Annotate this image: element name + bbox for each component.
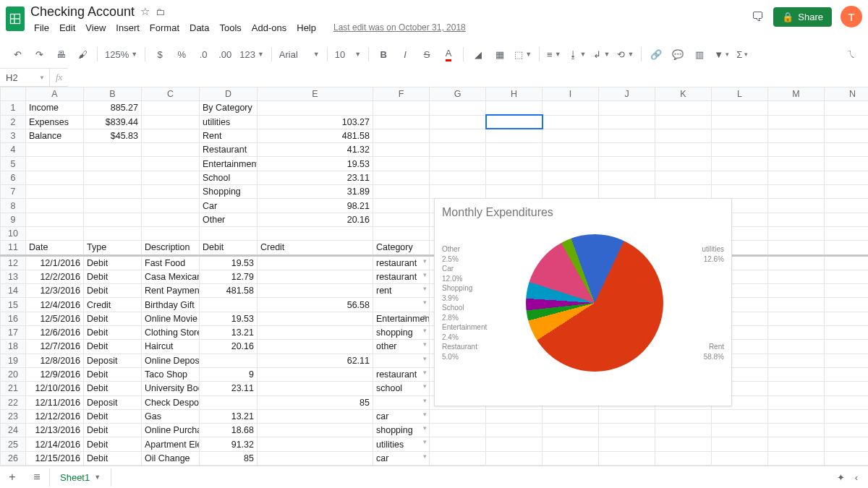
- cell-B2[interactable]: $839.44: [84, 115, 142, 129]
- cell-A12[interactable]: 12/1/2016: [26, 255, 84, 270]
- menu-tools[interactable]: Tools: [216, 20, 244, 35]
- row-header-4[interactable]: 4: [1, 143, 26, 157]
- cell-D13[interactable]: 12.79: [200, 270, 258, 283]
- cell-M4[interactable]: [768, 143, 825, 157]
- cell-A11[interactable]: Date: [26, 241, 84, 255]
- cell-N15[interactable]: [825, 298, 869, 312]
- cell-G26[interactable]: [430, 451, 486, 465]
- cell-C1[interactable]: [142, 101, 200, 115]
- row-header-5[interactable]: 5: [1, 157, 26, 171]
- cell-A19[interactable]: 12/8/2016: [26, 354, 84, 367]
- row-header-17[interactable]: 17: [1, 326, 26, 340]
- cell-D2[interactable]: utilities: [200, 115, 258, 129]
- menu-add-ons[interactable]: Add-ons: [248, 20, 290, 35]
- cell-D25[interactable]: 91.32: [200, 437, 258, 451]
- cell-K6[interactable]: [655, 171, 712, 184]
- row-header-23[interactable]: 23: [1, 409, 26, 423]
- name-box-dropdown[interactable]: ▼: [39, 69, 50, 86]
- cell-K5[interactable]: [655, 157, 712, 171]
- redo-button[interactable]: ↷: [29, 46, 49, 63]
- cell-F14[interactable]: rent: [373, 284, 430, 298]
- cell-B5[interactable]: [84, 157, 142, 171]
- row-header-20[interactable]: 20: [1, 367, 26, 381]
- cell-A9[interactable]: [26, 213, 84, 226]
- cell-M17[interactable]: [768, 326, 825, 340]
- menu-help[interactable]: Help: [293, 20, 320, 35]
- row-header-26[interactable]: 26: [1, 451, 26, 465]
- cell-E15[interactable]: 56.58: [258, 298, 373, 312]
- currency-button[interactable]: $: [150, 46, 170, 63]
- cell-A17[interactable]: 12/6/2016: [26, 326, 84, 340]
- cell-E9[interactable]: 20.16: [258, 213, 373, 226]
- cell-E18[interactable]: [258, 340, 373, 354]
- v-align-button[interactable]: ⭳▼: [566, 49, 590, 60]
- cell-C14[interactable]: Rent Payment: [142, 284, 200, 298]
- cell-A15[interactable]: 12/4/2016: [26, 298, 84, 312]
- row-header-2[interactable]: 2: [1, 115, 26, 129]
- cell-I26[interactable]: [542, 451, 599, 465]
- cell-N24[interactable]: [825, 424, 869, 437]
- chart-button[interactable]: ▥: [689, 46, 710, 63]
- cell-A2[interactable]: Expenses: [26, 115, 84, 129]
- cell-E21[interactable]: [258, 382, 373, 395]
- cell-F25[interactable]: utilities: [373, 437, 430, 451]
- star-icon[interactable]: ☆: [140, 5, 150, 18]
- cell-M20[interactable]: [768, 367, 825, 381]
- cell-M2[interactable]: [768, 115, 825, 129]
- cell-G5[interactable]: [430, 157, 486, 171]
- cell-G25[interactable]: [430, 437, 486, 451]
- cell-L6[interactable]: [712, 171, 768, 184]
- cell-J4[interactable]: [599, 143, 655, 157]
- row-header-3[interactable]: 3: [1, 129, 26, 142]
- cell-D1[interactable]: By Category: [200, 101, 258, 115]
- cell-D18[interactable]: 20.16: [200, 340, 258, 354]
- row-header-16[interactable]: 16: [1, 312, 26, 325]
- italic-button[interactable]: I: [395, 46, 415, 63]
- cell-L7[interactable]: [712, 185, 768, 199]
- cell-C2[interactable]: [142, 115, 200, 129]
- cell-F7[interactable]: [373, 185, 430, 199]
- cell-N13[interactable]: [825, 270, 869, 283]
- cell-C5[interactable]: [142, 157, 200, 171]
- cell-E17[interactable]: [258, 326, 373, 340]
- cell-E20[interactable]: [258, 367, 373, 381]
- cell-B26[interactable]: Debit: [84, 451, 142, 465]
- chart-embed[interactable]: Monthly Expenditures Other2.5%Car12.0%Sh…: [434, 198, 732, 406]
- link-button[interactable]: 🔗: [646, 46, 666, 63]
- cell-E24[interactable]: [258, 424, 373, 437]
- cell-N7[interactable]: [825, 185, 869, 199]
- col-header-D[interactable]: D: [200, 87, 258, 101]
- cell-K7[interactable]: [655, 185, 712, 199]
- cell-B22[interactable]: Deposit: [84, 395, 142, 409]
- cell-H7[interactable]: [486, 185, 542, 199]
- cell-J2[interactable]: [599, 115, 655, 129]
- cell-L1[interactable]: [712, 101, 768, 115]
- cell-C23[interactable]: Gas: [142, 409, 200, 423]
- formula-input[interactable]: [68, 68, 868, 87]
- cell-E25[interactable]: [258, 437, 373, 451]
- cell-F24[interactable]: shopping: [373, 424, 430, 437]
- cell-K3[interactable]: [655, 129, 712, 142]
- cell-I6[interactable]: [542, 171, 599, 184]
- cell-M9[interactable]: [768, 213, 825, 226]
- cell-N8[interactable]: [825, 199, 869, 213]
- cell-E3[interactable]: 481.58: [258, 129, 373, 142]
- row-header-10[interactable]: 10: [1, 226, 26, 240]
- account-avatar[interactable]: T: [841, 6, 862, 27]
- wrap-button[interactable]: ↲▼: [590, 49, 613, 60]
- cell-C24[interactable]: Online Purchase: [142, 424, 200, 437]
- merge-button[interactable]: ⬚▼: [511, 49, 535, 60]
- cell-F18[interactable]: other: [373, 340, 430, 354]
- cell-B19[interactable]: Deposit: [84, 354, 142, 367]
- cell-B18[interactable]: Debit: [84, 340, 142, 354]
- cell-E23[interactable]: [258, 409, 373, 423]
- share-button[interactable]: 🔒 Share: [773, 7, 832, 27]
- col-header-J[interactable]: J: [599, 87, 655, 101]
- cell-C7[interactable]: [142, 185, 200, 199]
- cell-F16[interactable]: Entertainmen: [373, 312, 430, 325]
- cell-A6[interactable]: [26, 171, 84, 184]
- cell-M7[interactable]: [768, 185, 825, 199]
- col-header-B[interactable]: B: [84, 87, 142, 101]
- menu-edit[interactable]: Edit: [56, 20, 79, 35]
- cell-B20[interactable]: Debit: [84, 367, 142, 381]
